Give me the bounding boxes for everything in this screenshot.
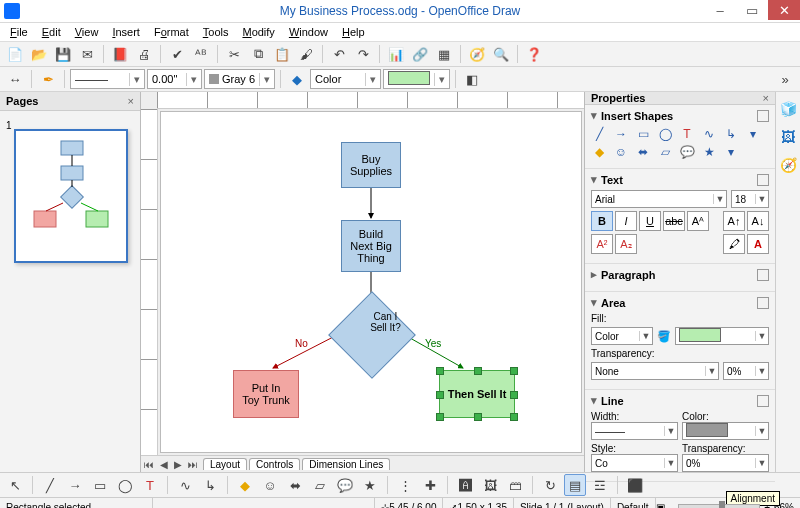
- hyperlink-button[interactable]: 🔗: [409, 43, 431, 65]
- menu-insert[interactable]: Insert: [106, 25, 146, 39]
- resize-handle-icon[interactable]: [436, 367, 444, 375]
- menu-edit[interactable]: Edit: [36, 25, 67, 39]
- undo-button[interactable]: ↶: [328, 43, 350, 65]
- line-style-dropdown[interactable]: Co▼: [591, 454, 678, 472]
- close-button[interactable]: ✕: [768, 0, 800, 20]
- block-arrow-icon[interactable]: ⬌: [635, 144, 651, 160]
- arrow-style-button[interactable]: ↔: [4, 68, 26, 90]
- menu-file[interactable]: File: [4, 25, 34, 39]
- tab-layout[interactable]: Layout: [203, 458, 247, 470]
- tab-next-icon[interactable]: ▶: [171, 459, 185, 470]
- from-file-button[interactable]: 🖼: [479, 474, 501, 496]
- drawing-canvas[interactable]: Buy Supplies Build Next Big Thing Can I …: [160, 111, 582, 453]
- menu-modify[interactable]: Modify: [236, 25, 280, 39]
- arrow-tool-button[interactable]: →: [64, 474, 86, 496]
- save-button[interactable]: 💾: [52, 43, 74, 65]
- open-button[interactable]: 📂: [28, 43, 50, 65]
- text-tool-button[interactable]: T: [139, 474, 161, 496]
- extrusion-button[interactable]: ⬛: [624, 474, 646, 496]
- italic-button[interactable]: I: [615, 211, 637, 231]
- section-more-icon[interactable]: [757, 269, 769, 281]
- tab-controls[interactable]: Controls: [249, 458, 300, 470]
- strike-button[interactable]: abc: [663, 211, 685, 231]
- menu-window[interactable]: Window: [283, 25, 334, 39]
- fontwork-button[interactable]: 🅰: [454, 474, 476, 496]
- fill-mode-dropdown[interactable]: Color▼: [591, 327, 653, 345]
- section-more-icon[interactable]: [757, 395, 769, 407]
- menu-view[interactable]: View: [69, 25, 105, 39]
- area-color-dropdown[interactable]: ▾: [383, 69, 450, 89]
- flow-node-build[interactable]: Build Next Big Thing: [341, 220, 401, 272]
- area-mode-dropdown[interactable]: Color▾: [310, 69, 381, 89]
- page-thumbnail[interactable]: [14, 129, 128, 263]
- line-color-dropdown[interactable]: Gray 6▾: [204, 69, 275, 89]
- arrow-icon[interactable]: →: [613, 126, 629, 142]
- toolbar-overflow-icon[interactable]: »: [774, 68, 796, 90]
- new-button[interactable]: 📄: [4, 43, 26, 65]
- export-pdf-button[interactable]: 📕: [109, 43, 131, 65]
- vertical-ruler[interactable]: [141, 109, 158, 455]
- resize-handle-icon[interactable]: [510, 413, 518, 421]
- arrange-button[interactable]: ☲: [589, 474, 611, 496]
- flow-node-then-sell-it[interactable]: Then Sell It: [439, 370, 515, 418]
- resize-handle-icon[interactable]: [510, 391, 518, 399]
- alignment-button[interactable]: ▤: [564, 474, 586, 496]
- redo-button[interactable]: ↷: [352, 43, 374, 65]
- fill-color-dropdown[interactable]: ▼: [675, 327, 769, 345]
- highlight-color-button[interactable]: 🖍: [723, 234, 745, 254]
- format-paintbrush-button[interactable]: 🖌: [295, 43, 317, 65]
- table-button[interactable]: ▦: [433, 43, 455, 65]
- area-style-button[interactable]: ◆: [286, 68, 308, 90]
- callout-icon[interactable]: 💬: [679, 144, 695, 160]
- ellipse-tool-button[interactable]: ◯: [114, 474, 136, 496]
- horizontal-ruler[interactable]: [157, 92, 584, 109]
- decrease-font-button[interactable]: A↓: [747, 211, 769, 231]
- flowchart-icon[interactable]: ▱: [657, 144, 673, 160]
- minimize-button[interactable]: –: [704, 0, 736, 20]
- shadow-text-button[interactable]: Aᴬ: [687, 211, 709, 231]
- section-more-icon[interactable]: [757, 174, 769, 186]
- copy-button[interactable]: ⧉: [247, 43, 269, 65]
- stars-button[interactable]: ★: [359, 474, 381, 496]
- smiley-icon[interactable]: ☺: [613, 144, 629, 160]
- chart-button[interactable]: 📊: [385, 43, 407, 65]
- tab-last-icon[interactable]: ⏭: [185, 459, 201, 470]
- font-color-button[interactable]: A: [747, 234, 769, 254]
- section-twisty-icon[interactable]: ▾: [591, 394, 601, 407]
- sidebar-gallery-icon[interactable]: 🖼: [779, 128, 797, 146]
- zoom-slider[interactable]: [678, 504, 760, 508]
- email-button[interactable]: ✉: [76, 43, 98, 65]
- zoom-out-icon[interactable]: –: [669, 502, 675, 509]
- section-twisty-icon[interactable]: ▾: [591, 109, 601, 122]
- symbol-shapes-icon[interactable]: ◆: [591, 144, 607, 160]
- line-color-dropdown[interactable]: ▼: [682, 422, 769, 440]
- properties-close-icon[interactable]: ×: [763, 92, 769, 104]
- flowchart-shapes-button[interactable]: ▱: [309, 474, 331, 496]
- rectangle-icon[interactable]: ▭: [635, 126, 651, 142]
- sidebar-properties-icon[interactable]: 🧊: [779, 100, 797, 118]
- tab-dimension[interactable]: Dimension Lines: [302, 458, 390, 470]
- rectangle-tool-button[interactable]: ▭: [89, 474, 111, 496]
- text-icon[interactable]: T: [679, 126, 695, 142]
- subscript-button[interactable]: A₂: [615, 234, 637, 254]
- star-icon[interactable]: ★: [701, 144, 717, 160]
- sidebar-navigator-icon[interactable]: 🧭: [779, 156, 797, 174]
- font-name-dropdown[interactable]: Arial▼: [591, 190, 727, 208]
- increase-font-button[interactable]: A↑: [723, 211, 745, 231]
- line-endings-button[interactable]: ✒: [37, 68, 59, 90]
- ellipse-icon[interactable]: ◯: [657, 126, 673, 142]
- help-button[interactable]: ❓: [523, 43, 545, 65]
- rotate-button[interactable]: ↻: [539, 474, 561, 496]
- menu-help[interactable]: Help: [336, 25, 371, 39]
- spellcheck-button[interactable]: ✔: [166, 43, 188, 65]
- line-transparency-dropdown[interactable]: 0%▼: [682, 454, 769, 472]
- navigator-button[interactable]: 🧭: [466, 43, 488, 65]
- zoom-knob-icon[interactable]: [719, 501, 725, 508]
- select-tool-button[interactable]: ↖: [4, 474, 26, 496]
- line-width-dropdown[interactable]: ———▼: [591, 422, 678, 440]
- font-size-dropdown[interactable]: 18▼: [731, 190, 769, 208]
- bold-button[interactable]: B: [591, 211, 613, 231]
- flow-node-decision[interactable]: Can I Sell It?: [331, 304, 411, 364]
- symbol-shapes-button[interactable]: ☺: [259, 474, 281, 496]
- points-edit-button[interactable]: ⋮: [394, 474, 416, 496]
